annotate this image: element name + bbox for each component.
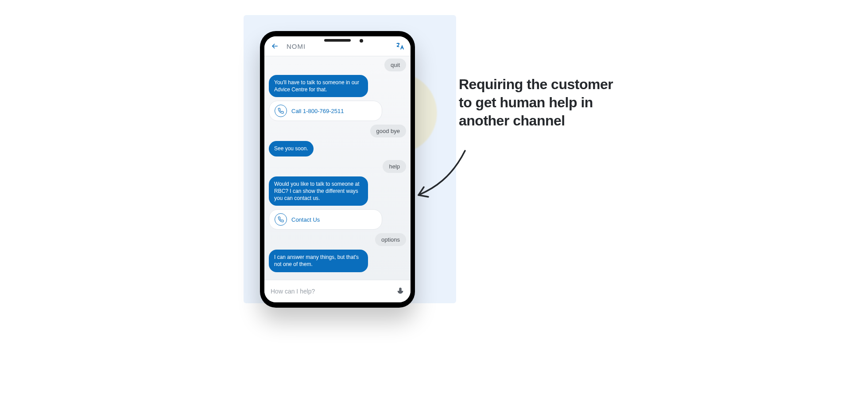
translate-button[interactable] [394, 40, 406, 52]
bot-message: See you soon. [269, 141, 314, 156]
bot-message: Would you like to talk to someone at RBC… [269, 176, 368, 206]
chat-title: NOMI [287, 43, 388, 50]
microphone-icon [395, 286, 405, 296]
message-composer [264, 280, 411, 302]
message-input[interactable] [270, 287, 391, 295]
call-number-link[interactable]: Call 1-800-769-2511 [291, 108, 344, 114]
phone-icon [275, 213, 287, 226]
back-button[interactable] [269, 40, 281, 52]
user-message: options [375, 233, 406, 246]
contact-us-link[interactable]: Contact Us [291, 216, 320, 223]
annotation-text: Requiring the customer to get human help… [459, 75, 627, 130]
user-message: quit [384, 59, 406, 71]
annotation-arrow [412, 146, 469, 204]
bot-message: I can answer many things, but that's not… [269, 250, 368, 272]
user-message: help [383, 160, 406, 173]
translate-icon [395, 42, 404, 51]
phone-earpiece [324, 39, 351, 42]
microphone-button[interactable] [395, 286, 405, 296]
call-action-card[interactable]: Call 1-800-769-2511 [269, 101, 382, 121]
chat-thread: quit You'll have to talk to someone in o… [264, 56, 411, 280]
contact-us-card[interactable]: Contact Us [269, 209, 382, 230]
user-message: good bye [370, 125, 407, 137]
phone-icon [275, 105, 287, 117]
phone-frame: NOMI quit You'll have to talk to someone… [260, 31, 415, 308]
phone-sensor [360, 39, 363, 43]
phone-screen: NOMI quit You'll have to talk to someone… [264, 36, 411, 302]
arrow-left-icon [271, 42, 279, 51]
bot-message: You'll have to talk to someone in our Ad… [269, 75, 368, 97]
